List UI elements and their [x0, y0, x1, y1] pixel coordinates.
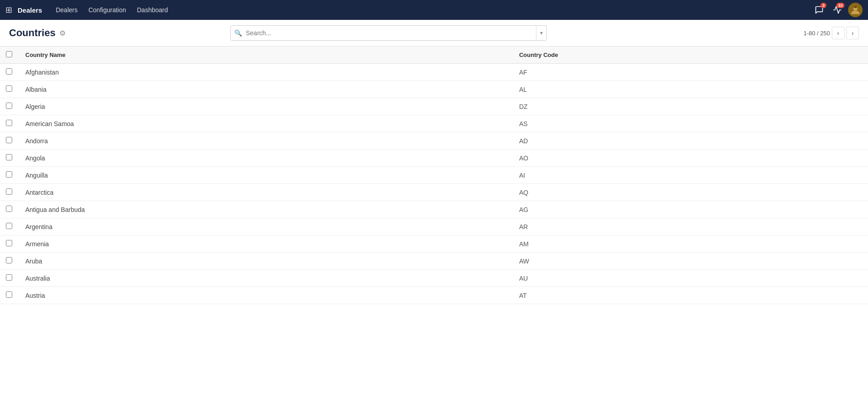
- row-checkbox[interactable]: [6, 206, 12, 212]
- column-country-name: Country Name: [18, 47, 512, 64]
- row-checkbox[interactable]: [6, 120, 12, 126]
- table-row: AngolaAO: [0, 150, 868, 167]
- table-row: American SamoaAS: [0, 115, 868, 132]
- chat-badge: 3: [821, 3, 826, 8]
- country-code-cell: AW: [512, 253, 868, 270]
- row-checkbox[interactable]: [6, 223, 12, 229]
- top-navigation: ⊞ Dealers Dealers Configuration Dashboar…: [0, 0, 868, 20]
- table-row: AntarcticaAQ: [0, 184, 868, 201]
- row-checkbox-cell: [0, 218, 18, 235]
- topnav-icons-area: 3 33: [812, 3, 863, 17]
- search-icon: 🔍: [231, 29, 246, 37]
- table-row: ArgentinaAR: [0, 218, 868, 235]
- country-name-cell: Angola: [18, 150, 512, 167]
- pagination-area: 1-80 / 250 ‹ ›: [803, 27, 859, 39]
- row-checkbox-cell: [0, 287, 18, 304]
- search-box: 🔍 ▾: [230, 25, 547, 41]
- country-code-cell: AL: [512, 81, 868, 98]
- country-code-cell: AG: [512, 201, 868, 218]
- country-code-cell: AQ: [512, 184, 868, 201]
- row-checkbox[interactable]: [6, 257, 12, 263]
- grid-icon[interactable]: ⊞: [5, 5, 12, 15]
- countries-table: Country Name Country Code AfghanistanAFA…: [0, 47, 868, 304]
- row-checkbox[interactable]: [6, 171, 12, 178]
- row-checkbox[interactable]: [6, 188, 12, 195]
- search-dropdown-button[interactable]: ▾: [536, 26, 546, 40]
- row-checkbox[interactable]: [6, 274, 12, 281]
- country-name-cell: Algeria: [18, 98, 512, 115]
- row-checkbox-cell: [0, 64, 18, 81]
- country-name-cell: Armenia: [18, 235, 512, 253]
- page-title: Countries: [9, 27, 56, 39]
- country-name-cell: Andorra: [18, 132, 512, 150]
- table-row: Antigua and BarbudaAG: [0, 201, 868, 218]
- row-checkbox-cell: [0, 132, 18, 150]
- row-checkbox[interactable]: [6, 68, 12, 75]
- country-name-cell: Austria: [18, 287, 512, 304]
- user-avatar[interactable]: [848, 3, 863, 17]
- nav-dealers[interactable]: Dealers: [51, 5, 82, 15]
- table-row: AustriaAT: [0, 287, 868, 304]
- activity-badge: 33: [836, 3, 844, 8]
- row-checkbox[interactable]: [6, 154, 12, 160]
- select-all-cell: [0, 47, 18, 64]
- column-country-code: Country Code: [512, 47, 868, 64]
- country-name-cell: Australia: [18, 270, 512, 287]
- pagination-prev-button[interactable]: ‹: [832, 27, 844, 39]
- row-checkbox[interactable]: [6, 85, 12, 92]
- country-name-cell: Aruba: [18, 253, 512, 270]
- svg-rect-2: [854, 6, 857, 8]
- nav-dashboard[interactable]: Dashboard: [133, 5, 173, 15]
- row-checkbox[interactable]: [6, 291, 12, 298]
- table-row: ArmeniaAM: [0, 235, 868, 253]
- settings-icon[interactable]: ⚙: [59, 29, 66, 38]
- row-checkbox-cell: [0, 115, 18, 132]
- table-container: Country Name Country Code AfghanistanAFA…: [0, 47, 868, 399]
- row-checkbox-cell: [0, 81, 18, 98]
- row-checkbox[interactable]: [6, 103, 12, 109]
- country-name-cell: Albania: [18, 81, 512, 98]
- country-code-cell: AO: [512, 150, 868, 167]
- country-code-cell: AT: [512, 287, 868, 304]
- country-name-cell: American Samoa: [18, 115, 512, 132]
- country-code-cell: AI: [512, 167, 868, 184]
- country-code-cell: AM: [512, 235, 868, 253]
- country-code-cell: AD: [512, 132, 868, 150]
- activity-icon-button[interactable]: 33: [830, 3, 844, 17]
- country-code-cell: AU: [512, 270, 868, 287]
- table-body: AfghanistanAFAlbaniaALAlgeriaDZAmerican …: [0, 64, 868, 304]
- search-container: 🔍 ▾: [230, 25, 547, 41]
- table-row: AustraliaAU: [0, 270, 868, 287]
- row-checkbox[interactable]: [6, 240, 12, 246]
- table-row: AlgeriaDZ: [0, 98, 868, 115]
- country-name-cell: Antarctica: [18, 184, 512, 201]
- row-checkbox[interactable]: [6, 137, 12, 143]
- row-checkbox-cell: [0, 235, 18, 253]
- search-input[interactable]: [246, 29, 536, 37]
- row-checkbox-cell: [0, 150, 18, 167]
- chat-icon-button[interactable]: 3: [812, 3, 826, 17]
- table-row: AndorraAD: [0, 132, 868, 150]
- country-code-cell: DZ: [512, 98, 868, 115]
- table-header-row: Country Name Country Code: [0, 47, 868, 64]
- country-name-cell: Argentina: [18, 218, 512, 235]
- table-row: ArubaAW: [0, 253, 868, 270]
- table-header: Country Name Country Code: [0, 47, 868, 64]
- page-title-area: Countries ⚙: [9, 27, 100, 39]
- row-checkbox-cell: [0, 253, 18, 270]
- country-name-cell: Afghanistan: [18, 64, 512, 81]
- country-name-cell: Anguilla: [18, 167, 512, 184]
- brand-label: Dealers: [18, 6, 42, 14]
- row-checkbox-cell: [0, 201, 18, 218]
- row-checkbox-cell: [0, 270, 18, 287]
- table-row: AnguillaAI: [0, 167, 868, 184]
- country-code-cell: AS: [512, 115, 868, 132]
- row-checkbox-cell: [0, 184, 18, 201]
- pagination-label: 1-80 / 250: [803, 30, 830, 37]
- row-checkbox-cell: [0, 98, 18, 115]
- subheader: Countries ⚙ 🔍 ▾ 1-80 / 250 ‹ ›: [0, 20, 868, 47]
- nav-configuration[interactable]: Configuration: [84, 5, 130, 15]
- table-row: AfghanistanAF: [0, 64, 868, 81]
- select-all-checkbox[interactable]: [6, 51, 12, 57]
- pagination-next-button[interactable]: ›: [846, 27, 859, 39]
